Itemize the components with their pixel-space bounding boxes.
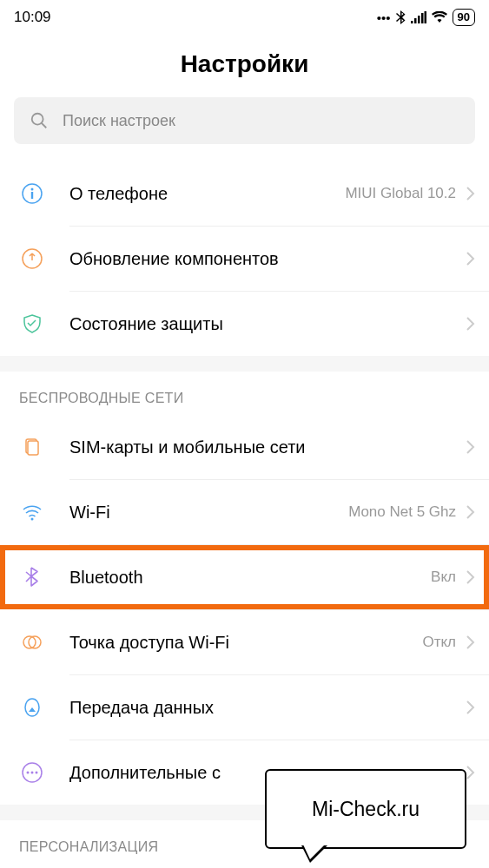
watermark-bubble: Mi-Check.ru <box>265 769 466 849</box>
signal-icon <box>411 11 426 23</box>
row-label: SIM-карты и мобильные сети <box>69 437 466 457</box>
row-data-transfer[interactable]: Передача данных <box>0 675 489 740</box>
row-label: Передача данных <box>69 698 466 718</box>
row-value: Вкл <box>431 569 456 586</box>
svg-point-5 <box>32 114 43 125</box>
chevron-right-icon <box>466 766 475 779</box>
svg-point-13 <box>31 518 34 521</box>
svg-rect-12 <box>28 441 38 455</box>
svg-point-18 <box>31 772 34 774</box>
hotspot-icon <box>19 629 45 655</box>
row-hotspot[interactable]: Точка доступа Wi-Fi Откл <box>0 610 489 674</box>
chevron-right-icon <box>466 252 475 266</box>
svg-rect-0 <box>411 21 413 23</box>
shield-icon <box>19 311 45 337</box>
row-value: MIUI Global 10.2 <box>345 185 456 202</box>
wifi-icon <box>19 499 45 525</box>
watermark-text: Mi-Check.ru <box>312 798 420 821</box>
row-security-status[interactable]: Состояние защиты <box>0 292 489 356</box>
section-header-wireless: БЕСПРОВОДНЫЕ СЕТИ <box>0 372 489 415</box>
row-label: Wi-Fi <box>69 503 348 523</box>
search-placeholder: Поиск настроек <box>63 112 175 130</box>
svg-rect-2 <box>418 16 420 23</box>
chevron-right-icon <box>466 700 475 714</box>
svg-rect-3 <box>421 13 424 23</box>
svg-point-8 <box>31 188 34 191</box>
status-indicators: ••• 90 <box>377 9 475 26</box>
status-time: 10:09 <box>14 9 51 26</box>
sim-icon <box>19 434 45 460</box>
svg-point-19 <box>36 772 38 774</box>
bluetooth-status-icon <box>396 10 406 24</box>
row-label: Обновление компонентов <box>69 249 466 269</box>
row-component-update[interactable]: Обновление компонентов <box>0 227 489 291</box>
search-icon <box>30 111 49 130</box>
update-icon <box>19 246 45 272</box>
svg-rect-1 <box>414 18 417 23</box>
chevron-right-icon <box>466 187 475 201</box>
row-sim-cards[interactable]: SIM-карты и мобильные сети <box>0 415 489 479</box>
chevron-right-icon <box>466 440 475 454</box>
row-label: Bluetooth <box>69 568 431 588</box>
battery-indicator: 90 <box>453 9 475 26</box>
chevron-right-icon <box>466 635 475 649</box>
info-icon <box>19 181 45 207</box>
row-value: Откл <box>422 634 456 651</box>
row-bluetooth[interactable]: Bluetooth Вкл <box>0 545 489 609</box>
settings-group-top: О телефоне MIUI Global 10.2 Обновление к… <box>0 161 489 356</box>
chevron-right-icon <box>466 317 475 331</box>
more-icon <box>19 760 45 786</box>
row-wifi[interactable]: Wi-Fi Mono Net 5 Ghz <box>0 480 489 544</box>
more-icon: ••• <box>377 10 391 25</box>
bluetooth-icon <box>19 564 45 590</box>
status-bar: 10:09 ••• 90 <box>0 0 489 35</box>
chevron-right-icon <box>466 570 475 584</box>
svg-point-17 <box>27 772 30 774</box>
data-icon <box>19 694 45 720</box>
chevron-right-icon <box>466 505 475 519</box>
row-label: О телефоне <box>69 184 345 204</box>
row-label: Точка доступа Wi-Fi <box>69 633 422 653</box>
row-label: Состояние защиты <box>69 314 466 334</box>
row-value: Mono Net 5 Ghz <box>348 503 456 521</box>
svg-rect-4 <box>424 11 426 23</box>
svg-line-6 <box>42 123 47 128</box>
search-input[interactable]: Поиск настроек <box>14 97 475 144</box>
row-about-phone[interactable]: О телефоне MIUI Global 10.2 <box>0 161 489 226</box>
svg-rect-9 <box>31 192 33 199</box>
wifi-status-icon <box>432 11 447 23</box>
page-title: Настройки <box>0 35 489 97</box>
